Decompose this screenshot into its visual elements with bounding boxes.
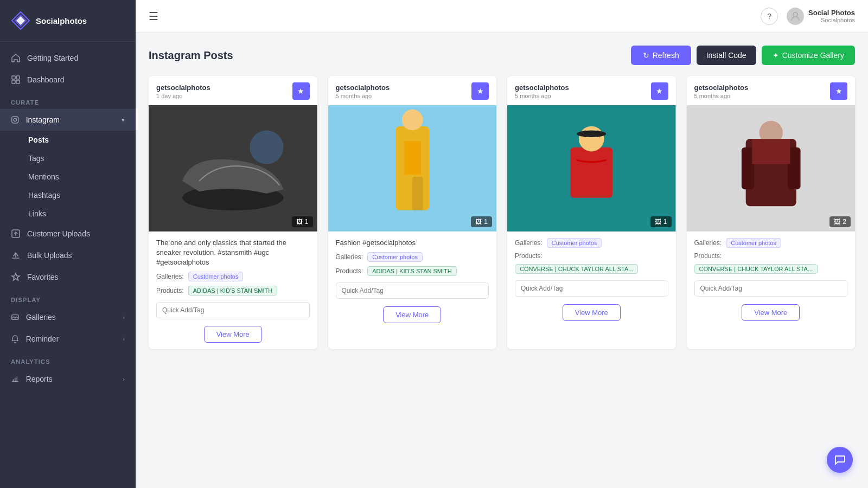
app-name: Socialphotos — [36, 16, 87, 25]
section-analytics: ANALYTICS — [0, 350, 136, 368]
svg-rect-33 — [752, 139, 790, 164]
image-icon-1: 🖼 — [475, 218, 482, 226]
svg-rect-6 — [16, 80, 20, 84]
gallery-icon — [11, 312, 20, 322]
galleries-label: Galleries — [26, 313, 56, 322]
chat-bubble[interactable] — [827, 447, 853, 473]
favorites-label: Favorites — [27, 273, 59, 281]
product-tag-3[interactable]: CONVERSE | CHUCK TAYLOR ALL STA... — [694, 264, 818, 274]
sidebar-item-favorites[interactable]: Favorites — [0, 266, 136, 288]
bell-icon — [11, 334, 20, 344]
view-more-1[interactable]: View More — [383, 306, 441, 323]
view-more-2[interactable]: View More — [563, 304, 621, 321]
product-tag-0[interactable]: ADIDAS | KID'S STAN SMITH — [188, 286, 278, 296]
header-actions: ↻ Refresh Install Code ✦ Customize Galle… — [631, 46, 855, 65]
bulk-uploads-label: Bulk Uploads — [27, 251, 72, 260]
card-count-0: 🖼 1 — [292, 216, 313, 227]
image-icon-2: 🖼 — [655, 218, 661, 226]
products-label-3: Products: — [694, 252, 722, 260]
sidebar-item-getting-started[interactable]: Getting Started — [0, 47, 136, 69]
install-label: Install Code — [706, 51, 746, 60]
refresh-icon: ↻ — [643, 51, 649, 60]
sidebar-dashboard-label: Dashboard — [27, 75, 65, 84]
gallery-tag-3[interactable]: Customer photos — [726, 238, 781, 248]
quick-add-1[interactable] — [336, 282, 489, 299]
galleries-label-3: Galleries: — [694, 239, 722, 247]
card-time-1: 5 months ago — [336, 93, 390, 99]
card-star-2[interactable]: ★ — [651, 82, 668, 100]
sidebar-sub-posts[interactable]: Posts — [0, 131, 136, 149]
sidebar-getting-started-label: Getting Started — [27, 54, 78, 62]
page-header: Instagram Posts ↻ Refresh Install Code ✦… — [149, 46, 855, 65]
view-more-0[interactable]: View More — [204, 326, 262, 343]
hamburger-menu[interactable]: ☰ — [149, 10, 158, 23]
card-username-0: getsocialphotos — [156, 84, 210, 92]
links-label: Links — [28, 209, 46, 218]
user-avatar — [787, 8, 804, 25]
card-count-2: 🖼 1 — [650, 216, 672, 227]
svg-rect-20 — [401, 177, 412, 210]
sidebar-sub-mentions[interactable]: Mentions — [0, 168, 136, 186]
card-image-0 — [149, 105, 317, 232]
sidebar-item-reminder[interactable]: Reminder › — [0, 328, 136, 350]
help-button[interactable]: ? — [761, 8, 778, 25]
user-menu[interactable]: Social Photos Socialphotos — [787, 8, 855, 25]
card-header-0: getsocialphotos 1 day ago ★ — [149, 76, 317, 105]
svg-point-25 — [577, 131, 606, 137]
svg-point-18 — [401, 110, 423, 131]
sidebar-item-customer-uploads[interactable]: Customer Uploads — [0, 223, 136, 245]
sidebar-sub-links[interactable]: Links — [0, 204, 136, 223]
sidebar-sub-hashtags[interactable]: Hashtags — [0, 186, 136, 204]
gallery-tag-2[interactable]: Customer photos — [547, 238, 602, 248]
card-caption-0: The one and only classics that started t… — [156, 238, 310, 268]
svg-point-8 — [14, 118, 16, 121]
sidebar-navigation: Getting Started Dashboard CURATE Instagr… — [0, 42, 136, 488]
svg-point-24 — [579, 126, 604, 152]
upload-bulk-icon — [11, 251, 21, 260]
sidebar-item-instagram[interactable]: Instagram ▾ — [0, 109, 136, 131]
card-products-row-0: Products: ADIDAS | KID'S STAN SMITH — [156, 286, 310, 296]
svg-rect-21 — [412, 177, 423, 210]
svg-rect-5 — [12, 80, 15, 84]
quick-add-0[interactable] — [156, 302, 310, 318]
card-galleries-row-2: Galleries: Customer photos — [515, 238, 668, 248]
card-galleries-row-3: Galleries: Customer photos — [694, 238, 848, 248]
product-tag-1[interactable]: ADIDAS | KID'S STAN SMITH — [367, 266, 457, 276]
quick-add-2[interactable] — [515, 280, 668, 297]
svg-point-12 — [793, 12, 797, 17]
svg-point-26 — [582, 131, 588, 137]
image-icon-3: 🖼 — [834, 218, 840, 226]
sidebar-item-reports[interactable]: Reports › — [0, 368, 136, 390]
customize-gallery-button[interactable]: ✦ Customize Gallery — [762, 46, 855, 65]
install-code-button[interactable]: Install Code — [697, 46, 756, 65]
card-image-wrap-0: 🖼 1 — [149, 105, 317, 232]
card-star-3[interactable]: ★ — [830, 82, 847, 100]
hashtags-label: Hashtags — [28, 191, 60, 200]
sidebar-item-galleries[interactable]: Galleries › — [0, 306, 136, 328]
card-star-1[interactable]: ★ — [471, 82, 489, 100]
app-logo — [11, 11, 30, 30]
gallery-tag-0[interactable]: Customer photos — [188, 272, 244, 281]
mentions-label: Mentions — [28, 172, 59, 181]
galleries-label-1: Galleries: — [336, 253, 363, 261]
sidebar-sub-tags[interactable]: Tags — [0, 149, 136, 168]
page-title: Instagram Posts — [149, 49, 233, 62]
product-tag-2[interactable]: CONVERSE | CHUCK TAYLOR ALL STA... — [515, 264, 638, 274]
card-star-0[interactable]: ★ — [292, 82, 310, 100]
customize-icon: ✦ — [773, 51, 779, 60]
section-curate: CURATE — [0, 91, 136, 109]
reminder-chevron: › — [123, 336, 125, 342]
card-image-wrap-3: 🖼 2 — [687, 105, 856, 232]
posts-label: Posts — [28, 136, 49, 144]
reminder-row: Reminder › — [26, 335, 125, 343]
view-more-3[interactable]: View More — [742, 304, 800, 321]
quick-add-3[interactable] — [694, 280, 848, 297]
gallery-tag-1[interactable]: Customer photos — [367, 252, 423, 262]
card-user-3: getsocialphotos 5 months ago — [694, 84, 749, 99]
sidebar-item-bulk-uploads[interactable]: Bulk Uploads — [0, 245, 136, 266]
svg-rect-19 — [404, 141, 420, 175]
refresh-button[interactable]: ↻ Refresh — [631, 46, 691, 65]
content-area: Instagram Posts ↻ Refresh Install Code ✦… — [136, 33, 868, 488]
sidebar-item-dashboard[interactable]: Dashboard — [0, 69, 136, 91]
card-username-3: getsocialphotos — [694, 84, 749, 92]
